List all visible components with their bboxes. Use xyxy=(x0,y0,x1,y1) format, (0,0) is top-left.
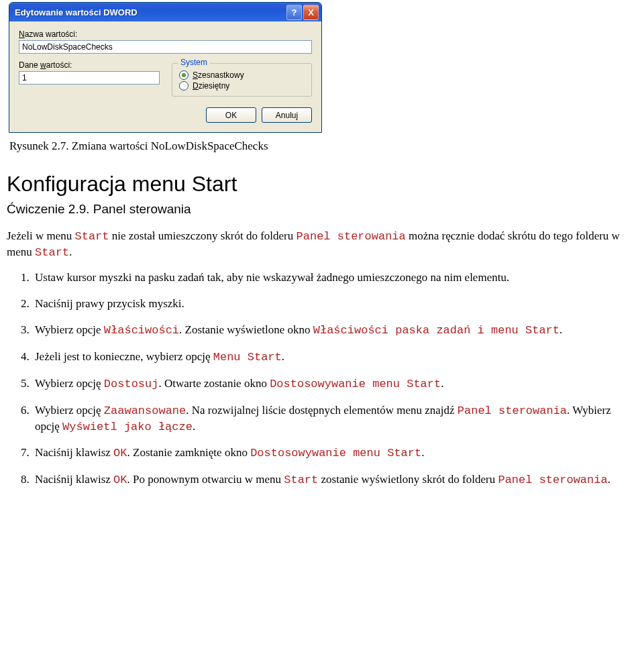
figure-caption: Rysunek 2.7. Zmiana wartości NoLowDiskSp… xyxy=(9,140,637,153)
text: nie został umieszczony skrót do folderu xyxy=(109,229,297,242)
code-text: OK xyxy=(113,447,127,459)
value-name-input[interactable] xyxy=(19,40,312,54)
list-item: Naciśnij klawisz OK. Zostanie zamknięte … xyxy=(32,445,637,462)
help-button[interactable]: ? xyxy=(286,5,302,20)
text: . xyxy=(69,246,72,258)
text: Wybierz opcje xyxy=(35,323,104,336)
text: . Zostanie zamknięte okno xyxy=(127,446,251,459)
text: Wybierz opcję xyxy=(35,404,104,417)
code-text: Dostosuj xyxy=(104,378,159,390)
cancel-button[interactable]: Anuluj xyxy=(262,107,312,123)
list-item: Jeżeli jest to konieczne, wybierz opcję … xyxy=(32,349,637,366)
radio-hex[interactable] xyxy=(179,70,189,80)
text: . xyxy=(193,420,195,433)
text: Naciśnij klawisz xyxy=(35,473,113,486)
code-text: Właściwości xyxy=(104,324,179,337)
radio-dec-label: Dziesiętny xyxy=(193,81,229,91)
text: . Zostanie wyświetlone okno xyxy=(179,323,313,336)
radio-hex-row[interactable]: Szesnastkowy xyxy=(179,70,305,80)
code-text: Dostosowywanie menu Start xyxy=(270,378,441,390)
list-item: Wybierz opcje Właściwości. Zostanie wyśw… xyxy=(32,323,637,339)
code-text: Start xyxy=(75,230,109,243)
list-item: Naciśnij prawy przycisk myszki. xyxy=(32,296,637,312)
radio-dec[interactable] xyxy=(179,81,189,91)
close-button[interactable]: X xyxy=(303,5,319,20)
dialog-title: Edytowanie wartości DWORD xyxy=(15,7,285,17)
close-icon: X xyxy=(308,7,314,17)
titlebar[interactable]: Edytowanie wartości DWORD ? X xyxy=(9,3,321,21)
code-text: Dostosowywanie menu Start xyxy=(250,447,421,459)
list-item: Naciśnij klawisz OK. Po ponownym otwarci… xyxy=(32,472,637,488)
code-text: OK xyxy=(113,474,127,486)
code-text: Panel sterowania xyxy=(498,474,607,486)
code-text: Właściwości paska zadań i menu Start xyxy=(313,324,559,337)
code-text: Start xyxy=(284,474,318,486)
code-text: Wyświetl jako łącze xyxy=(62,421,193,433)
code-text: Start xyxy=(35,246,69,259)
ok-button[interactable]: OK xyxy=(206,107,256,123)
help-icon: ? xyxy=(292,7,297,17)
code-text: Menu Start xyxy=(213,351,282,364)
exercise-heading: Ćwiczenie 2.9. Panel sterowania xyxy=(7,202,637,217)
section-heading: Konfiguracja menu Start xyxy=(7,172,637,197)
text: . xyxy=(559,323,562,336)
radio-hex-label: Szesnastkowy xyxy=(193,70,244,80)
value-data-label: Dane wartości: xyxy=(19,60,160,70)
text: Ustaw kursor myszki na pasku zadań tak, … xyxy=(35,271,509,284)
text: Naciśnij klawisz xyxy=(35,446,113,459)
value-data-input[interactable] xyxy=(19,71,160,85)
text: zostanie wyświetlony skrót do folderu xyxy=(318,473,498,486)
text: Naciśnij prawy przycisk myszki. xyxy=(35,297,184,310)
steps-list: Ustaw kursor myszki na pasku zadań tak, … xyxy=(28,270,637,488)
list-item: Wybierz opcję Dostosuj. Otwarte zostanie… xyxy=(32,376,637,392)
code-text: Zaawansowane xyxy=(104,404,186,417)
code-text: Panel sterowania xyxy=(297,230,406,243)
intro-paragraph: Jeżeli w menu Start nie został umieszczo… xyxy=(7,229,637,261)
text: . Na rozwijalnej liście dostępnych eleme… xyxy=(186,404,458,417)
text: . Po ponownym otwarciu w menu xyxy=(127,473,284,486)
base-groupbox: System Szesnastkowy Dziesiętny xyxy=(172,63,312,97)
radio-dec-row[interactable]: Dziesiętny xyxy=(179,81,305,91)
text: . xyxy=(608,473,610,486)
value-name-label: Nazwa wartości: xyxy=(19,30,312,39)
text: Wybierz opcję xyxy=(35,377,104,390)
dword-edit-dialog: Edytowanie wartości DWORD ? X Nazwa wart… xyxy=(9,2,322,133)
text: . xyxy=(282,350,284,363)
list-item: Ustaw kursor myszki na pasku zadań tak, … xyxy=(32,270,637,286)
text: Jeżeli jest to konieczne, wybierz opcję xyxy=(35,350,213,363)
list-item: Wybierz opcję Zaawansowane. Na rozwijaln… xyxy=(32,403,637,435)
text: . xyxy=(441,377,443,390)
base-legend: System xyxy=(178,58,210,67)
text: . Otwarte zostanie okno xyxy=(158,377,270,390)
code-text: Panel sterowania xyxy=(458,404,567,417)
text: . xyxy=(421,446,424,459)
text: Jeżeli w menu xyxy=(7,229,75,242)
